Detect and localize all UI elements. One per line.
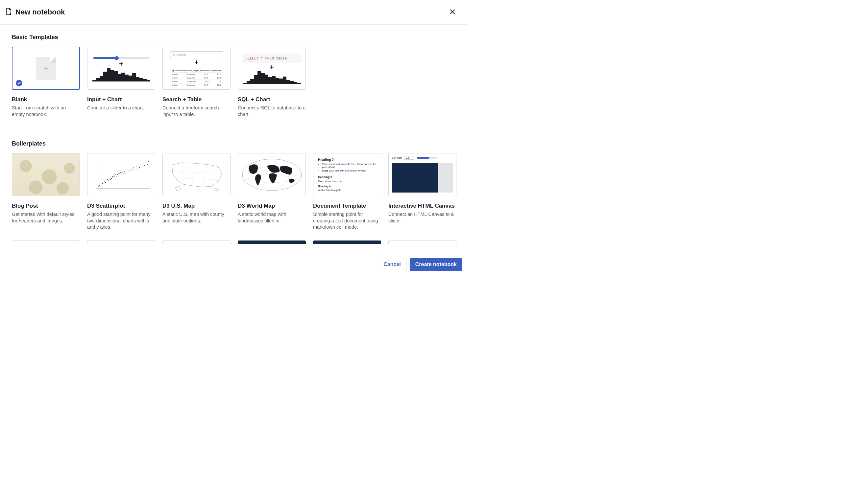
- basic-templates-grid: Blank Start from scratch with an empty n…: [12, 47, 455, 131]
- boiler-d3-scatterplot[interactable]: D3 Scatterplot A good starting point for…: [87, 153, 155, 231]
- svg-point-38: [128, 171, 129, 172]
- boiler-html-canvas[interactable]: Box width 3.5 Interactive HTML Canvas Co…: [388, 153, 456, 231]
- svg-point-53: [146, 162, 146, 163]
- blank-doc-icon: [36, 57, 56, 80]
- template-desc: A static world map with landmasses fille…: [238, 211, 306, 224]
- svg-point-27: [119, 175, 119, 176]
- template-desc: Connect a freeform search input to a tab…: [162, 105, 230, 118]
- template-title: D3 World Map: [238, 203, 306, 209]
- template-title: D3 U.S. Map: [162, 203, 230, 209]
- svg-point-0: [173, 54, 174, 55]
- template-title: Input + Chart: [87, 96, 155, 103]
- svg-point-25: [117, 174, 118, 175]
- template-blank-thumb: [12, 47, 80, 90]
- create-notebook-button[interactable]: Create notebook: [410, 258, 462, 271]
- search-placeholder: Search: [177, 53, 186, 56]
- svg-point-30: [121, 174, 122, 175]
- histogram-preview: [92, 68, 150, 82]
- template-card-peek[interactable]: [12, 240, 80, 244]
- dialog-footer: Cancel Create notebook: [0, 253, 467, 276]
- template-desc: Connect a SQLite database to a chart.: [238, 105, 306, 118]
- worldmap-preview: [241, 157, 303, 193]
- plus-icon: +: [119, 60, 123, 68]
- template-search-table[interactable]: Search + speciesislandculmen_length_mmcu…: [162, 47, 230, 118]
- boiler-world-thumb: [238, 153, 306, 196]
- svg-point-50: [142, 166, 142, 167]
- template-sql-chart[interactable]: SELECT * FROM table + SQL + Chart Connec…: [238, 47, 306, 118]
- svg-point-43: [134, 167, 134, 168]
- template-card-peek[interactable]: [388, 240, 456, 244]
- template-title: SQL + Chart: [238, 96, 306, 103]
- svg-point-46: [137, 168, 137, 168]
- template-blank[interactable]: Blank Start from scratch with an empty n…: [12, 47, 80, 118]
- section-heading-boiler: Boilerplates: [12, 140, 455, 147]
- canvas-preview: Box width 3.5: [389, 154, 456, 196]
- template-card-peek[interactable]: [162, 240, 230, 244]
- boiler-scatter-thumb: [87, 153, 155, 196]
- boiler-document-template[interactable]: Heading 2 This is a Markdown cell! It's …: [313, 153, 381, 231]
- svg-point-39: [129, 169, 130, 169]
- svg-point-11: [105, 182, 106, 183]
- svg-point-32: [123, 173, 124, 174]
- template-input-chart[interactable]: + Input + Chart Connect a slider to a ch…: [87, 47, 155, 118]
- svg-point-8: [102, 183, 103, 184]
- dialog-title: New notebook: [15, 8, 65, 16]
- boiler-blog-post[interactable]: Blog Post Get started with default style…: [12, 153, 80, 231]
- svg-point-18: [111, 178, 112, 179]
- svg-point-28: [119, 174, 120, 174]
- svg-point-54: [147, 164, 147, 165]
- svg-point-31: [122, 172, 123, 173]
- svg-point-49: [140, 165, 141, 165]
- svg-line-59: [172, 172, 221, 173]
- boiler-canvas-thumb: Box width 3.5: [388, 153, 456, 196]
- svg-line-58: [202, 165, 208, 187]
- svg-point-4: [99, 185, 100, 186]
- template-card-peek[interactable]: [87, 240, 155, 244]
- svg-point-47: [138, 166, 138, 166]
- plus-icon: +: [194, 59, 198, 66]
- svg-point-6: [101, 185, 101, 185]
- boilerplates-grid: Blog Post Get started with default style…: [12, 153, 455, 231]
- svg-point-3: [98, 186, 99, 186]
- plus-icon: +: [269, 64, 274, 71]
- search-preview: Search: [170, 52, 223, 58]
- template-title: Blog Post: [12, 203, 80, 209]
- template-card-peek[interactable]: [238, 240, 306, 244]
- selected-check-icon: [16, 80, 22, 86]
- svg-point-21: [114, 176, 115, 176]
- next-row-peek: [12, 240, 455, 244]
- cancel-button[interactable]: Cancel: [378, 258, 406, 271]
- boiler-d3-world-map[interactable]: D3 World Map A static world map with lan…: [238, 153, 306, 231]
- svg-point-12: [106, 181, 107, 181]
- svg-point-17: [110, 179, 111, 180]
- new-notebook-icon: [5, 8, 12, 16]
- boiler-usmap-thumb: [162, 153, 230, 196]
- slider-preview: [93, 57, 149, 59]
- svg-point-37: [127, 169, 128, 170]
- boiler-d3-us-map[interactable]: D3 U.S. Map A static U.S. map with count…: [162, 153, 230, 231]
- histogram-preview: [243, 71, 301, 84]
- close-icon[interactable]: [448, 6, 457, 18]
- svg-point-35: [126, 170, 126, 171]
- svg-point-15: [109, 179, 109, 179]
- template-title: D3 Scatterplot: [87, 203, 155, 209]
- dialog-header: New notebook: [0, 0, 467, 25]
- template-card-peek[interactable]: [313, 240, 381, 244]
- template-desc: Start from scratch with an empty noteboo…: [12, 105, 80, 118]
- boiler-doc-thumb: Heading 2 This is a Markdown cell! It's …: [313, 153, 381, 196]
- svg-point-51: [143, 164, 144, 164]
- svg-line-60: [174, 178, 220, 180]
- svg-point-42: [133, 169, 133, 170]
- svg-point-20: [113, 177, 114, 178]
- scatter-preview: [90, 157, 153, 193]
- svg-point-7: [102, 183, 102, 183]
- svg-point-55: [148, 161, 149, 162]
- svg-line-56: [182, 163, 184, 184]
- sql-preview: SELECT * FROM table: [242, 54, 301, 63]
- svg-point-45: [136, 166, 137, 167]
- svg-point-24: [116, 176, 117, 176]
- svg-point-34: [125, 173, 125, 173]
- svg-point-41: [132, 168, 132, 168]
- svg-point-29: [120, 172, 121, 173]
- section-heading-basic: Basic Templates: [12, 34, 455, 41]
